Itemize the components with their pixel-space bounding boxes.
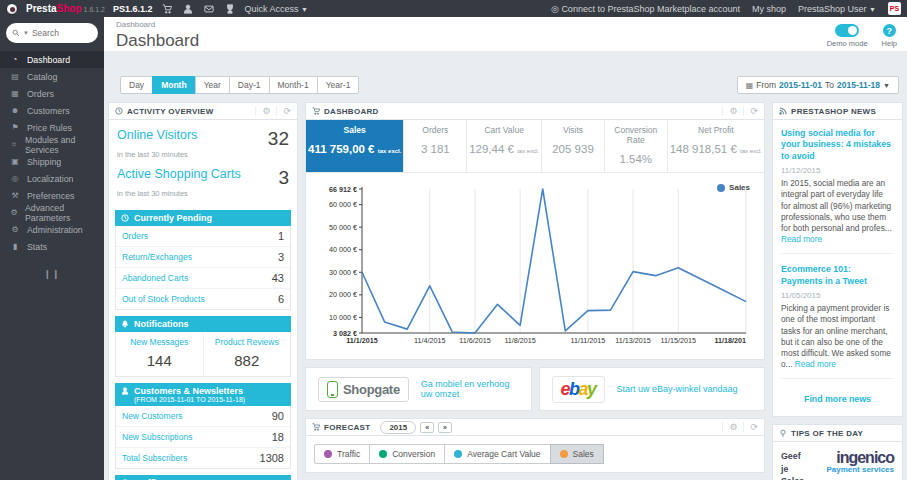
- quick-access-menu[interactable]: Quick Access ▼: [245, 4, 308, 14]
- forecast-toggle-sales[interactable]: Sales: [550, 444, 604, 464]
- customers-link[interactable]: Total Subscribers: [122, 453, 187, 463]
- panel-settings-icon[interactable]: ⚙: [722, 106, 737, 116]
- kpi-cart-value[interactable]: Cart Value 129,44 € tax excl.: [467, 120, 542, 172]
- ebay-banner[interactable]: ebay Start uw eBay-winkel vandaag: [539, 367, 766, 411]
- svg-text:11/13/2015: 11/13/2015: [615, 336, 650, 345]
- panel-refresh-icon[interactable]: ⟳: [743, 422, 758, 432]
- notification-link[interactable]: Product Reviews: [206, 337, 289, 347]
- read-more-link[interactable]: Read more: [795, 359, 836, 369]
- sidebar-item-orders[interactable]: ▦Orders: [0, 85, 104, 102]
- pending-link[interactable]: Orders: [122, 231, 148, 241]
- tags-icon: ⚑: [10, 123, 20, 132]
- tab-year[interactable]: Year: [195, 76, 230, 94]
- sidebar-item-shipping[interactable]: ▣Shipping: [0, 153, 104, 170]
- kpi-conversion-rate[interactable]: Conversion Rate 1.54%: [605, 120, 668, 172]
- collapse-menu-icon[interactable]: ❙❙: [0, 269, 104, 279]
- ebay-logo: ebay: [552, 376, 605, 403]
- marketplace-link[interactable]: ◎ Connect to PrestaShop Marketplace acco…: [551, 4, 740, 14]
- previous-year-button[interactable]: «: [420, 422, 434, 433]
- messages-icon[interactable]: [203, 3, 216, 14]
- kpi-visits[interactable]: Visits 205 939: [542, 120, 605, 172]
- breadcrumb[interactable]: Dashboard: [116, 20, 199, 29]
- customers-link[interactable]: New Subscriptions: [122, 432, 192, 442]
- shopgate-banner[interactable]: Shopgate Ga mobiel en verhoog uw omzet: [305, 367, 532, 411]
- news-article-title[interactable]: Ecommerce 101: Payments in a Tweet: [781, 264, 894, 287]
- shop-name-link[interactable]: PS1.6.1.2: [113, 4, 153, 14]
- kpi-row: Sales 411 759,00 € tax excl. Orders 3 18…: [306, 120, 764, 173]
- sidebar-search[interactable]: ▼: [6, 23, 98, 43]
- active-carts-value: 3: [278, 167, 289, 189]
- page-title: Dashboard: [116, 31, 199, 51]
- activity-overview-panel: ACTIVITY OVERVIEW ⚙⟳ Online Visitors 32 …: [108, 102, 298, 480]
- user-menu[interactable]: PrestaShop User ▼: [798, 4, 876, 14]
- help-icon[interactable]: ?: [883, 24, 896, 37]
- shopgate-link[interactable]: Ga mobiel en verhoog uw omzet: [421, 379, 519, 399]
- search-scope-caret[interactable]: ▼: [23, 30, 29, 36]
- panel-title: DASHBOARD: [324, 107, 379, 116]
- pending-link[interactable]: Out of Stock Products: [122, 294, 205, 304]
- panel-settings-icon[interactable]: ⚙: [722, 422, 737, 432]
- notification-link[interactable]: New Messages: [118, 337, 201, 347]
- pending-link[interactable]: Return/Exchanges: [122, 252, 192, 262]
- next-year-button[interactable]: »: [438, 422, 452, 433]
- sidebar-item-stats[interactable]: ▮Stats: [0, 238, 104, 255]
- cart-icon[interactable]: [161, 3, 174, 14]
- kpi-net-profit[interactable]: Net Profit 148 918,51 € tax excl.: [668, 120, 764, 172]
- customers-value: 18: [272, 431, 284, 443]
- customers-icon[interactable]: [182, 3, 195, 14]
- tab-day-1[interactable]: Day-1: [229, 76, 270, 94]
- brand-version: 1.6.1.2: [84, 6, 105, 13]
- sidebar-item-label: Localization: [27, 174, 73, 184]
- average-cart-value-dot: [454, 450, 462, 458]
- find-more-news-link[interactable]: Find more news: [804, 394, 871, 404]
- sales-line-chart: 66 912 €60 000 €50 000 €40 000 €30 000 €…: [310, 177, 760, 357]
- my-shop-link[interactable]: My shop: [752, 4, 786, 14]
- date-to: 2015-11-18: [837, 80, 880, 90]
- customers-link[interactable]: New Customers: [122, 411, 182, 421]
- svg-text:11/4/2015: 11/4/2015: [414, 336, 445, 345]
- trophy-icon[interactable]: [224, 3, 237, 14]
- news-article: Ecommerce 101: Payments in a Tweet 11/05…: [781, 264, 894, 379]
- search-input[interactable]: [32, 28, 84, 38]
- ebay-link[interactable]: Start uw eBay-winkel vandaag: [617, 384, 738, 394]
- brand-name: PrestaShop1.6.1.2: [26, 3, 105, 14]
- news-article-title[interactable]: Using social media for your business: 4 …: [781, 128, 894, 162]
- online-visitors-link[interactable]: Online Visitors: [117, 128, 197, 142]
- sidebar-item-modules[interactable]: ⌗Modules and Services: [0, 136, 104, 153]
- read-more-link[interactable]: Read more: [781, 234, 822, 244]
- panel-refresh-icon[interactable]: ⟳: [276, 106, 291, 116]
- news-article-excerpt: In 2015, social media are an integral pa…: [781, 178, 894, 245]
- kpi-orders[interactable]: Orders 3 181: [404, 120, 467, 172]
- pending-link[interactable]: Abandoned Carts: [122, 273, 188, 283]
- sidebar-item-dashboard[interactable]: ◔Dashboard: [0, 51, 104, 68]
- sidebar-item-localization[interactable]: ◎Localization: [0, 170, 104, 187]
- date-range-picker[interactable]: ▦ From2015-11-01 To2015-11-18 ▼: [737, 76, 899, 94]
- sidebar-item-label: Dashboard: [27, 55, 70, 65]
- forecast-year-badge: 2015: [380, 421, 416, 434]
- svg-text:60 000 €: 60 000 €: [329, 200, 357, 209]
- currently-pending-header: Currently Pending: [115, 210, 291, 226]
- tab-month[interactable]: Month: [152, 76, 196, 94]
- sidebar-item-administration[interactable]: ⚙Administration: [0, 221, 104, 238]
- chart-legend[interactable]: Sales: [717, 183, 750, 192]
- sidebar-item-advanced-parameters[interactable]: ⚙Advanced Parameters: [0, 204, 104, 221]
- sidebar-item-customers[interactable]: ☻Customers: [0, 102, 104, 119]
- sidebar-item-price-rules[interactable]: ⚑Price Rules: [0, 119, 104, 136]
- tab-year-1[interactable]: Year-1: [317, 76, 360, 94]
- sidebar-item-label: Preferences: [27, 191, 74, 201]
- panel-settings-icon[interactable]: ⚙: [255, 106, 270, 116]
- truck-icon: ▣: [10, 157, 20, 166]
- panel-refresh-icon[interactable]: ⟳: [743, 106, 758, 116]
- sidebar-item-catalog[interactable]: ▤Catalog: [0, 68, 104, 85]
- forecast-toggle-traffic[interactable]: Traffic: [314, 444, 370, 464]
- sidebar-item-preferences[interactable]: ⚒Preferences: [0, 187, 104, 204]
- kpi-sales[interactable]: Sales 411 759,00 € tax excl.: [306, 120, 404, 172]
- news-article: Using social media for your business: 4 …: [781, 128, 894, 254]
- forecast-toggle-conversion[interactable]: Conversion: [369, 444, 445, 464]
- tab-month-1[interactable]: Month-1: [269, 76, 318, 94]
- user-avatar[interactable]: PS: [888, 2, 901, 15]
- active-carts-link[interactable]: Active Shopping Carts: [117, 167, 241, 181]
- demo-mode-toggle[interactable]: [835, 24, 859, 37]
- tab-day[interactable]: Day: [120, 76, 153, 94]
- forecast-toggle-average-cart-value[interactable]: Average Cart Value: [444, 444, 550, 464]
